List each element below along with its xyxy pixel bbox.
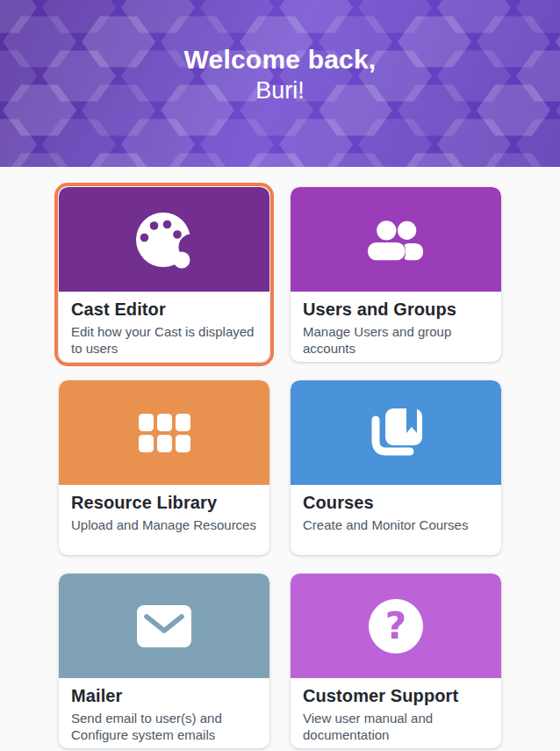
card-users-and-groups[interactable]: Users and Groups Manage Users and group … xyxy=(291,187,501,362)
card-customer-support[interactable]: ? Customer Support View user manual and … xyxy=(291,574,501,748)
card-description: Upload and Manage Resources xyxy=(71,516,257,533)
card-cast-editor-body: Cast Editor Edit how your Cast is displa… xyxy=(59,292,269,357)
card-resource-library-body: Resource Library Upload and Manage Resou… xyxy=(59,485,269,533)
card-title: Resource Library xyxy=(71,493,257,513)
card-title: Courses xyxy=(303,493,489,513)
card-courses-banner xyxy=(291,380,501,485)
card-description: Create and Monitor Courses xyxy=(303,516,489,533)
card-title: Mailer xyxy=(71,686,257,706)
palette-icon xyxy=(135,211,193,269)
mail-icon xyxy=(137,605,191,647)
dashboard-card-grid: Cast Editor Edit how your Cast is displa… xyxy=(59,187,501,748)
card-customer-support-banner: ? xyxy=(291,574,501,678)
welcome-banner: Welcome back, Buri! xyxy=(0,0,560,167)
card-users-and-groups-banner xyxy=(291,187,501,292)
welcome-message: Welcome back, Buri! xyxy=(0,0,560,105)
card-courses[interactable]: Courses Create and Monitor Courses xyxy=(291,380,501,555)
card-resource-library[interactable]: Resource Library Upload and Manage Resou… xyxy=(59,380,269,555)
grid-icon xyxy=(139,414,190,452)
card-cast-editor-banner xyxy=(59,187,269,292)
card-description: Manage Users and group accounts xyxy=(303,323,489,357)
card-title: Cast Editor xyxy=(71,300,257,320)
username-line: Buri! xyxy=(0,76,560,105)
card-mailer-body: Mailer Send email to user(s) and Configu… xyxy=(59,678,269,743)
svg-text:?: ? xyxy=(385,604,406,647)
card-courses-body: Courses Create and Monitor Courses xyxy=(291,485,501,533)
card-customer-support-body: Customer Support View user manual and do… xyxy=(291,678,501,743)
card-users-and-groups-body: Users and Groups Manage Users and group … xyxy=(291,292,501,357)
card-mailer-banner xyxy=(59,574,269,678)
book-icon xyxy=(368,408,424,459)
card-description: Send email to user(s) and Configure syst… xyxy=(71,710,257,743)
card-cast-editor[interactable]: Cast Editor Edit how your Cast is displa… xyxy=(59,187,269,362)
card-description: Edit how your Cast is displayed to users xyxy=(71,323,257,357)
card-title: Customer Support xyxy=(303,686,489,706)
card-resource-library-banner xyxy=(59,380,269,485)
card-title: Users and Groups xyxy=(303,300,489,320)
welcome-line: Welcome back, xyxy=(0,44,560,76)
card-mailer[interactable]: Mailer Send email to user(s) and Configu… xyxy=(59,574,269,748)
question-icon: ? xyxy=(368,598,424,654)
users-icon xyxy=(367,219,425,261)
card-description: View user manual and documentation xyxy=(303,710,489,743)
